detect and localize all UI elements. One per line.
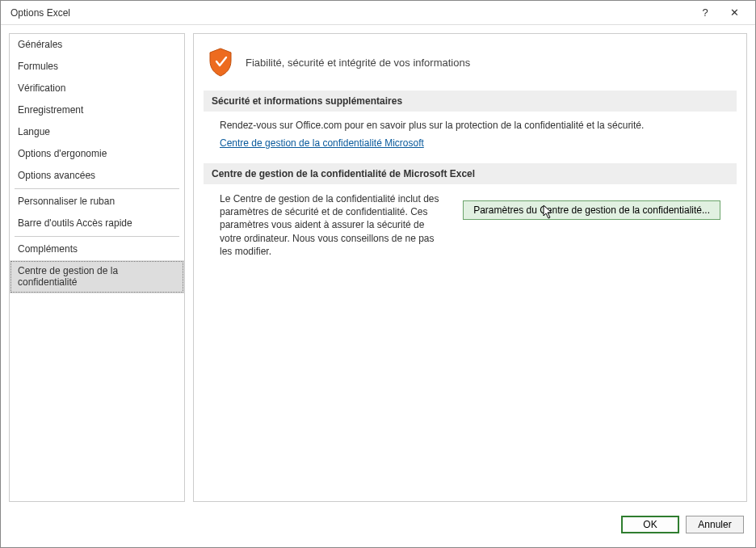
trust-center-description: Le Centre de gestion de la confidentiali… xyxy=(220,192,447,258)
section-header-trust-center: Centre de gestion de la confidentialité … xyxy=(204,163,737,184)
sidebar-divider xyxy=(15,236,179,237)
sidebar-item-customize-ribbon[interactable]: Personnaliser le ruban xyxy=(10,191,184,213)
sidebar-item-proofing[interactable]: Vérification xyxy=(10,78,184,99)
close-button[interactable]: ✕ xyxy=(720,2,749,24)
sidebar-item-language[interactable]: Langue xyxy=(10,121,184,143)
cancel-button[interactable]: Annuler xyxy=(686,516,744,533)
titlebar: Options Excel ? ✕ xyxy=(1,1,755,25)
sidebar-item-advanced[interactable]: Options avancées xyxy=(10,165,184,187)
hero: Fiabilité, sécurité et intégrité de vos … xyxy=(204,42,737,91)
sidebar-item-formulas[interactable]: Formules xyxy=(10,56,184,78)
hero-title: Fiabilité, sécurité et intégrité de vos … xyxy=(246,57,470,69)
sidebar-divider xyxy=(15,188,179,189)
sidebar-item-quick-access[interactable]: Barre d'outils Accès rapide xyxy=(10,213,184,234)
footer: OK Annuler xyxy=(1,510,755,539)
sidebar-item-save[interactable]: Enregistrement xyxy=(10,99,184,121)
content-panel: Fiabilité, sécurité et intégrité de vos … xyxy=(193,33,747,502)
ok-button[interactable]: OK xyxy=(621,516,679,533)
sidebar-item-general[interactable]: Générales xyxy=(10,34,184,56)
section-body-trust-center: Le Centre de gestion de la confidentiali… xyxy=(204,192,737,272)
window-title: Options Excel xyxy=(10,7,691,19)
help-button[interactable]: ? xyxy=(691,2,720,24)
sidebar: Générales Formules Vérification Enregist… xyxy=(9,33,185,502)
trust-center-settings-label: Paramètres du Centre de gestion de la co… xyxy=(473,204,710,216)
trust-center-settings-button[interactable]: Paramètres du Centre de gestion de la co… xyxy=(463,200,720,220)
sidebar-item-trust-center[interactable]: Centre de gestion de la confidentialité xyxy=(10,260,184,293)
ms-privacy-link[interactable]: Centre de gestion de la confidentialité … xyxy=(220,137,424,149)
section-header-security: Sécurité et informations supplémentaires xyxy=(204,91,737,112)
section-body-security: Rendez-vous sur Office.com pour en savoi… xyxy=(204,120,737,163)
sidebar-item-addins[interactable]: Compléments xyxy=(10,238,184,260)
security-info-text: Rendez-vous sur Office.com pour en savoi… xyxy=(220,120,720,131)
sidebar-item-accessibility[interactable]: Options d'ergonomie xyxy=(10,143,184,165)
shield-icon xyxy=(207,47,234,78)
